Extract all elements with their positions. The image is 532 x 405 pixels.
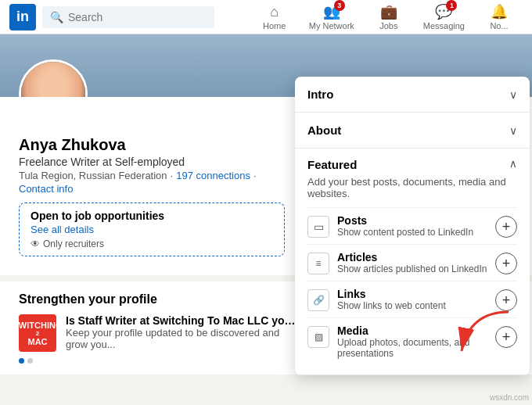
dropdown-about-row[interactable]: About ∨	[295, 113, 530, 149]
dot-active	[19, 358, 24, 364]
feat-item-articles: ≡ Articles Show articles published on Li…	[307, 244, 517, 281]
open-to-title: Open to job opportunities	[31, 210, 273, 222]
linkedin-logo[interactable]: in	[9, 4, 36, 30]
network-icon: 👥 3	[323, 3, 340, 20]
search-icon: 🔍	[50, 11, 63, 23]
articles-icon: ≡	[307, 253, 329, 274]
search-box[interactable]: 🔍	[42, 6, 214, 28]
nav-item-notifications[interactable]: 🔔 No...	[476, 0, 523, 34]
articles-desc: Show articles published on LinkedIn	[337, 263, 487, 274]
posts-label: Posts	[337, 214, 473, 227]
nav-items: ⌂ Home 👥 3 My Network 💼 Jobs 💬 1 Messagi…	[251, 0, 523, 34]
chevron-down-icon: ∨	[509, 88, 517, 101]
nav-item-messaging[interactable]: 💬 1 Messaging	[412, 0, 476, 34]
connections-link[interactable]: 197 connections	[176, 170, 250, 181]
about-label: About	[307, 124, 341, 137]
see-all-link[interactable]: See all details	[31, 224, 273, 235]
watermark: wsxdn.com	[490, 393, 529, 402]
chevron-up-icon: ∨	[509, 159, 517, 171]
strengthen-item-desc: Keep your profile updated to be discover…	[66, 327, 300, 350]
jobs-icon: 💼	[380, 3, 397, 20]
strengthen-item-title: Is Staff Writer at Switching To Mac LLC …	[66, 314, 300, 327]
messaging-badge: 1	[446, 0, 457, 11]
home-icon: ⌂	[270, 4, 279, 20]
media-icon: ▨	[307, 326, 329, 348]
intro-label: Intro	[307, 88, 333, 101]
posts-desc: Show content posted to LinkedIn	[337, 227, 473, 238]
links-icon: 🔗	[307, 289, 329, 311]
featured-title: Featured	[307, 158, 357, 171]
open-to-sub: 👁 Only recruiters	[31, 238, 273, 249]
search-input[interactable]	[68, 11, 207, 23]
chevron-down-icon-2: ∨	[509, 124, 517, 137]
strengthen-logo: SWITCHING 2 MAC	[19, 314, 56, 352]
messaging-icon: 💬 1	[435, 3, 452, 20]
open-to-box: Open to job opportunities See all detail…	[19, 202, 285, 256]
featured-header: Featured ∨	[307, 158, 517, 171]
links-desc: Show links to web content	[337, 300, 446, 311]
nav-item-network[interactable]: 👥 3 My Network	[298, 0, 365, 34]
links-label: Links	[337, 288, 446, 300]
nav-item-home[interactable]: ⌂ Home	[251, 1, 298, 34]
notifications-icon: 🔔	[491, 3, 508, 20]
featured-description: Add your best posts, documents, media an…	[307, 176, 517, 199]
dropdown-intro-row[interactable]: Intro ∨	[295, 77, 530, 113]
posts-icon: ▭	[307, 216, 329, 238]
eye-icon: 👁	[31, 238, 40, 249]
network-badge: 3	[334, 0, 345, 11]
articles-add-button[interactable]: +	[495, 253, 517, 274]
feat-item-posts: ▭ Posts Show content posted to LinkedIn …	[307, 207, 517, 244]
top-navigation: in 🔍 ⌂ Home 👥 3 My Network 💼 Jobs 💬 1 Me…	[0, 0, 532, 34]
posts-add-button[interactable]: +	[495, 216, 517, 238]
dot-inactive	[27, 358, 33, 364]
articles-label: Articles	[337, 251, 487, 263]
arrow-annotation	[454, 308, 516, 366]
nav-item-jobs[interactable]: 💼 Jobs	[365, 0, 412, 34]
